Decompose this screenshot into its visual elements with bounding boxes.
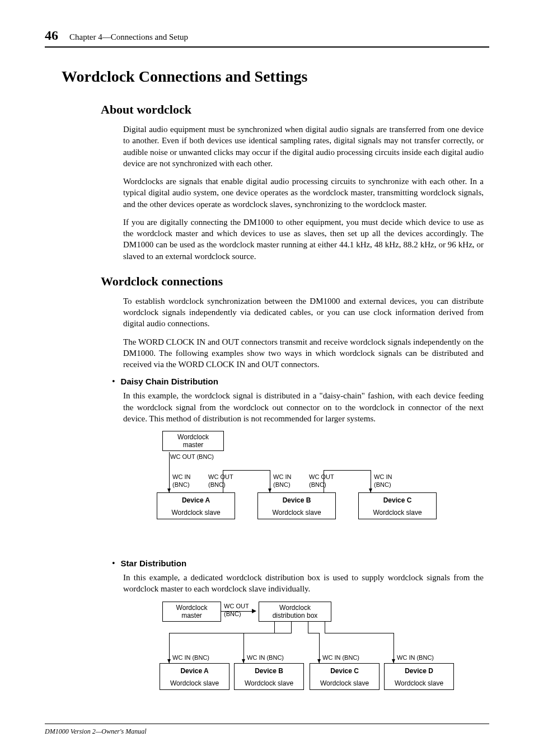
label-slave: Wordclock slave [385, 679, 453, 687]
line [324, 470, 371, 471]
box-device-c: Device C Wordclock slave [310, 663, 380, 690]
label-slave: Wordclock slave [359, 509, 436, 516]
label: distribution box [273, 612, 318, 619]
label-bnc: (BNC) [309, 481, 326, 488]
arrow-icon [169, 633, 170, 663]
box-wordclock-master: Wordclock master [162, 431, 224, 451]
label-slave: Wordclock slave [310, 679, 379, 687]
label-bnc: (BNC) [374, 481, 391, 488]
label-bnc: (BNC) [172, 481, 190, 488]
label: master [183, 441, 204, 449]
label-device: Device D [385, 667, 453, 675]
label-slave: Wordclock slave [258, 509, 335, 516]
box-wordclock-master: Wordclock master [162, 602, 221, 622]
line [308, 622, 308, 633]
arrow-icon [319, 633, 320, 663]
label-device: Device B [235, 667, 303, 675]
line [221, 611, 252, 612]
heading-main: Wordclock Connections and Settings [62, 68, 489, 86]
bullet-icon: • [112, 377, 115, 387]
bullet-daisy-chain: • Daisy Chain Distribution [112, 377, 489, 387]
diagram-daisy-chain: Wordclock master WC OUT (BNC) WC IN (BNC… [157, 431, 470, 543]
label-device: Device B [258, 496, 335, 504]
page-header: 46 Chapter 4—Connections and Setup [45, 28, 489, 48]
paragraph: In this example, the wordclock signal is… [123, 390, 484, 424]
line [243, 633, 292, 633]
footer-rule [45, 724, 489, 724]
label-device: Device A [157, 496, 235, 504]
label-wc-in-bnc: WC IN (BNC) [322, 654, 359, 661]
arrow-icon [243, 633, 244, 663]
label-wc-in: WC IN [374, 473, 392, 480]
paragraph: Digital audio equipment must be synchron… [123, 124, 484, 169]
label-wc-in: WC IN [273, 473, 291, 480]
arrow-icon [270, 470, 270, 492]
label-slave: Wordclock slave [160, 679, 229, 687]
arrow-icon [252, 609, 256, 613]
box-device-a: Device A Wordclock slave [160, 663, 229, 690]
line [325, 633, 394, 633]
label-wc-out-bnc: WC OUT (BNC) [170, 453, 214, 460]
label-wc-out: WC OUT [208, 473, 233, 480]
label-wc-out: WC OUT [309, 473, 334, 480]
line [308, 633, 319, 633]
label-wc-in-bnc: WC IN (BNC) [172, 654, 209, 661]
box-device-a: Device A Wordclock slave [157, 492, 235, 519]
paragraph: In this example, a dedicated wordclock d… [123, 572, 484, 595]
bullet-star-distribution: • Star Distribution [112, 558, 489, 569]
footer-text: DM1000 Version 2—Owner's Manual [45, 727, 489, 736]
label-wc-in-bnc: WC IN (BNC) [247, 654, 284, 661]
label-wc-in: WC IN [172, 473, 190, 480]
chapter-title: Chapter 4—Connections and Setup [69, 32, 188, 42]
line [274, 622, 275, 633]
label-device: Device C [359, 496, 436, 504]
label: Wordclock [177, 433, 209, 441]
label: Wordclock [279, 604, 311, 612]
diagram-star-distribution: Wordclock master WC OUT (BNC) Wordclock … [157, 602, 470, 708]
label-device: Device C [310, 667, 379, 675]
bullet-icon: • [112, 558, 115, 569]
bullet-title: Daisy Chain Distribution [121, 377, 218, 386]
paragraph: Wordclocks are signals that enable digit… [123, 176, 484, 210]
arrow-icon [169, 452, 170, 492]
label-wc-out: WC OUT [224, 603, 249, 609]
line [325, 622, 325, 633]
paragraph: If you are digitally connecting the DM10… [123, 217, 484, 262]
heading-wordclock-connections: Wordclock connections [101, 274, 489, 289]
box-device-b: Device B Wordclock slave [257, 492, 336, 519]
label-bnc: (BNC) [273, 481, 291, 488]
label-slave: Wordclock slave [157, 509, 235, 516]
arrow-icon [394, 633, 394, 663]
line [291, 622, 292, 633]
paragraph: To establish wordclock synchronization b… [123, 295, 484, 330]
label: Wordclock [176, 604, 208, 612]
heading-about-wordclock: About wordclock [101, 102, 489, 117]
label-wc-in-bnc: WC IN (BNC) [397, 654, 434, 661]
arrow-icon [371, 470, 371, 492]
page-number: 46 [45, 28, 58, 43]
box-distribution: Wordclock distribution box [259, 602, 331, 622]
label: master [181, 612, 202, 619]
box-device-d: Device D Wordclock slave [384, 663, 454, 690]
line [223, 470, 270, 471]
label-slave: Wordclock slave [235, 679, 303, 687]
box-device-b: Device B Wordclock slave [234, 663, 304, 690]
bullet-title: Star Distribution [121, 558, 187, 568]
box-device-c: Device C Wordclock slave [358, 492, 437, 519]
paragraph: The WORD CLOCK IN and OUT connectors tra… [123, 336, 484, 370]
label-bnc: (BNC) [208, 481, 226, 488]
label-device: Device A [160, 667, 229, 675]
